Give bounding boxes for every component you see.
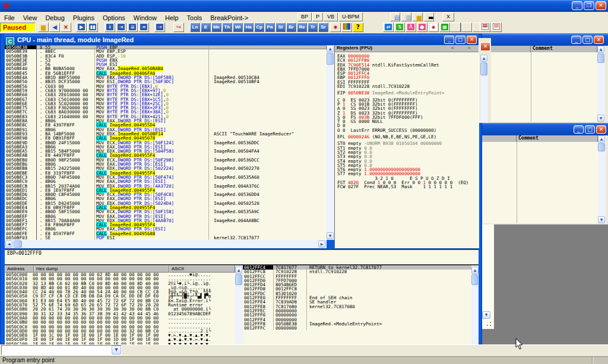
scroll-thumb[interactable]	[235, 274, 242, 285]
minimize-button[interactable]: _	[574, 125, 584, 134]
comment-column-header[interactable]: Comment	[517, 135, 598, 142]
restart-icon[interactable]: ◀	[49, 23, 60, 32]
menu-tools[interactable]: Tools	[183, 13, 207, 21]
menu-vb-button[interactable]: VB	[324, 12, 338, 21]
open-file-icon[interactable]: ▆	[38, 23, 49, 32]
scrollbar[interactable]: ▲ ▼	[597, 46, 605, 122]
close-program-icon[interactable]: ×	[61, 23, 71, 32]
scroll-down-icon[interactable]: ▼	[327, 232, 334, 239]
dump-pane[interactable]: Address Hex dump ASCII 0050C00000 00 00 …	[5, 264, 235, 344]
stack-vscrollbar[interactable]: ▲	[471, 264, 479, 344]
close-button[interactable]: ✕	[596, 1, 606, 10]
comment-window-2-body[interactable]	[481, 142, 598, 223]
register-line[interactable]: EIP 0050BE38 ImageRed.<ModuleEntryPoint>	[335, 91, 479, 95]
assembler-icon[interactable]: A	[406, 23, 416, 32]
menu-help[interactable]: Help	[161, 13, 183, 21]
disasm-row[interactable]: 0050BF03.5EPOP ESIkernel32.7C817077	[5, 236, 327, 240]
animate-over-icon[interactable]: ↠	[138, 23, 149, 32]
step-into-icon[interactable]: ⇓	[104, 23, 115, 32]
scrollbar[interactable]: ▲ ▼	[598, 135, 606, 223]
scroll-down-icon[interactable]: ▼	[597, 115, 604, 122]
view-me-button[interactable]: Me	[211, 23, 221, 32]
close-button[interactable]: ✕	[467, 36, 477, 44]
scroll-thumb[interactable]	[14, 240, 22, 248]
updown-arrows-icon[interactable]: ⇅	[394, 23, 405, 32]
app-titlebar[interactable]: _ ❐ ✕	[0, 0, 608, 12]
help-icon[interactable]: ?	[353, 23, 363, 32]
layout-icon[interactable]	[491, 23, 502, 32]
copy-document-icon[interactable]: ▤	[390, 12, 400, 21]
view-th-button[interactable]: Th	[222, 23, 232, 32]
register-line[interactable]: EFL 00000246 (NO,NB,E,BE,NS,PE,GE,LE)	[335, 135, 479, 139]
scroll-up-icon[interactable]: ▲	[480, 55, 487, 62]
info-pane[interactable]: EBP=0012FFF0	[5, 249, 479, 264]
comment-window-2[interactable]: _ □ ✕ Comment ▲ ▼	[481, 123, 608, 224]
close-button[interactable]: ✕	[594, 36, 604, 44]
view-re-button[interactable]: Re	[297, 23, 307, 32]
scroll-right-icon[interactable]: ▶	[318, 240, 325, 248]
disassembly-hscrollbar[interactable]: ◀ ▶	[5, 240, 327, 248]
resize-grip[interactable]	[484, 320, 493, 327]
register-line[interactable]: T 0 GS 0000 NULL	[335, 119, 479, 124]
menu-options[interactable]: Options	[99, 13, 129, 21]
stack-pane[interactable]: 0012FFC47C817077RETURN to kernel32.7C817…	[243, 264, 471, 344]
appearance-icon[interactable]	[341, 23, 352, 32]
chevron-down-icon[interactable]: ▼	[112, 346, 121, 354]
menu-debug[interactable]: Debug	[41, 13, 68, 21]
animate-into-icon[interactable]: ⇊	[127, 23, 138, 32]
minimize-button[interactable]: _	[572, 1, 582, 10]
blank-button[interactable]	[450, 23, 461, 32]
view-wi-button[interactable]: Wi	[233, 23, 243, 32]
pane-collapse-icon[interactable]: <	[451, 45, 454, 51]
pause-icon[interactable]: ▮▮	[87, 23, 98, 32]
scroll-up-icon[interactable]: ▲	[598, 135, 605, 143]
panels-icon[interactable]	[480, 23, 490, 32]
registers-pane[interactable]: Registers (FPU) < < EAX 00000000ECX 0012…	[334, 45, 479, 248]
console-icon[interactable]: ▬	[424, 12, 434, 21]
cpu-window-titlebar[interactable]: CCPU - main thread, module ImageRed	[4, 34, 479, 45]
execute-till-return-icon[interactable]: →	[154, 23, 165, 32]
menu-view[interactable]: View	[19, 13, 42, 21]
run-icon[interactable]: ▶	[76, 23, 87, 32]
view-ha-button[interactable]: Ha	[243, 23, 254, 32]
restore-button[interactable]: ❐	[584, 1, 594, 10]
record-dot-icon[interactable]: ●	[417, 23, 428, 32]
menu-u-bpm-button[interactable]: U-BPM	[338, 12, 363, 21]
close-button[interactable]: ✕	[596, 125, 606, 134]
menu-file[interactable]: File	[0, 13, 19, 21]
view-pa-button[interactable]: Pa	[265, 23, 275, 32]
register-line[interactable]: EDI 7C910228 ntdll.7C910228	[335, 84, 479, 88]
disasm-row[interactable]: 0050BE3E.53PUSH EBX	[5, 58, 327, 62]
menu-breakpoint[interactable]: BreakPoint->	[206, 13, 252, 21]
view-sr-button[interactable]: Sr	[318, 23, 328, 32]
register-line[interactable]: O 0 LastErr ERROR_SUCCESS (00000000)	[335, 128, 479, 132]
view-st-button[interactable]: St	[276, 23, 286, 32]
blank-button[interactable]	[461, 23, 472, 32]
spiral-icon[interactable]: ◉	[428, 23, 439, 32]
open-folder-icon[interactable]: ▆	[413, 12, 423, 21]
scroll-left-icon[interactable]: ◀	[5, 240, 12, 248]
stack-row[interactable]: 0012FFFC00000000	[243, 326, 471, 330]
pane-collapse-icon[interactable]: <	[468, 45, 471, 51]
disassembly-pane[interactable]: 0050BE38$55PUSH EBP0050BE39.8BECMOV EBP,…	[5, 45, 327, 240]
scroll-up-icon[interactable]: ▲	[235, 267, 242, 274]
maximize-button[interactable]: □	[585, 125, 595, 134]
menu-plugins[interactable]: Plugins	[69, 13, 99, 21]
scroll-up-icon[interactable]: ▲	[597, 46, 604, 53]
scroll-thumb[interactable]	[597, 53, 604, 63]
minimize-button[interactable]: _	[444, 36, 454, 44]
scroll-up-icon[interactable]: ▲	[327, 45, 334, 52]
grid-icon[interactable]: ▦	[439, 23, 450, 32]
menu-close-x-button[interactable]: X	[442, 12, 454, 21]
view-br-button[interactable]: Br	[286, 23, 296, 32]
maximize-button[interactable]: □	[582, 36, 593, 44]
command-input[interactable]	[1, 345, 122, 355]
comment-column-header[interactable]: Comment	[531, 46, 597, 52]
scroll-thumb[interactable]	[598, 143, 605, 151]
view-tr-button[interactable]: Tr	[308, 23, 318, 32]
comment-window-1[interactable]: _ □ ✕ Comment ▲ ▼	[482, 34, 608, 123]
minimize-button[interactable]: _	[571, 36, 581, 44]
scroll-up-icon[interactable]: ▲	[471, 267, 479, 274]
comment-window-1-body[interactable]	[482, 52, 597, 122]
swap-arrows-icon[interactable]: ⇄	[383, 23, 394, 32]
